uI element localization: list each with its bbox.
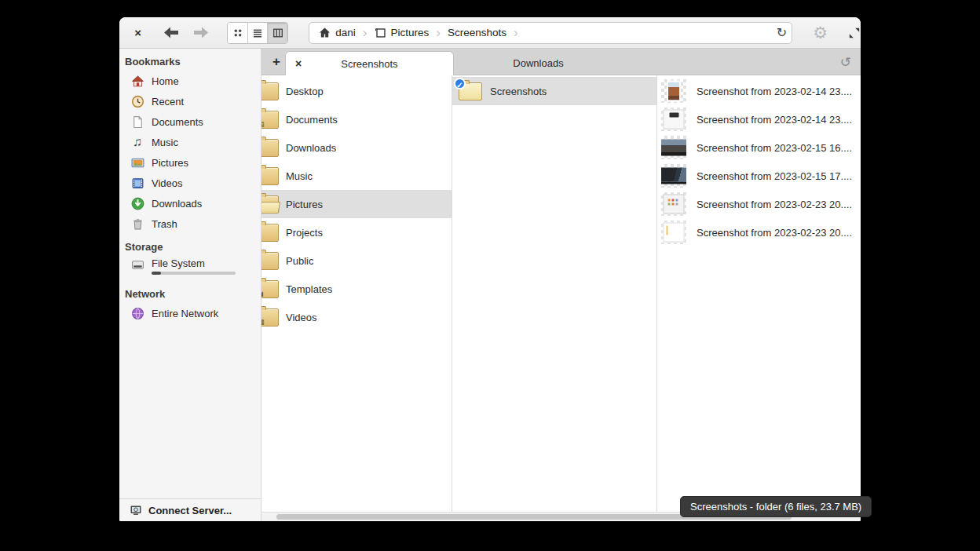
sidebar-item-label: Recent (152, 96, 184, 108)
folder-row-desktop[interactable]: Desktop (261, 77, 452, 105)
home-icon (130, 74, 144, 88)
folder-icon (261, 82, 279, 100)
breadcrumb-screenshots[interactable]: Screenshots (448, 27, 506, 38)
file-row[interactable]: Screenshot from 2023-02-15 17.... (657, 162, 861, 190)
file-thumbnail (661, 164, 686, 188)
refresh-button[interactable]: ↻ (777, 23, 787, 43)
folder-name: Projects (286, 227, 323, 239)
breadcrumb-pictures[interactable]: Pictures (375, 27, 430, 38)
sidebar-item-pictures[interactable]: Pictures (119, 152, 261, 173)
trash-icon (130, 217, 144, 231)
folder-name: Music (286, 170, 313, 182)
folder-row-projects[interactable]: Projects (261, 218, 452, 246)
settings-gear-icon[interactable]: ⚙ (813, 24, 828, 42)
history-icon[interactable]: ↺ (840, 49, 851, 75)
sidebar-item-label: Videos (152, 177, 183, 189)
sidebar-item-label: File System (152, 257, 205, 269)
file-row[interactable]: Screenshot from 2023-02-23 20.... (657, 218, 861, 246)
home-icon (319, 27, 331, 38)
music-icon: ♫ (130, 135, 144, 149)
folder-row-pictures[interactable]: Pictures (261, 190, 452, 218)
sidebar-section-title-network: Network (119, 286, 261, 303)
file-row[interactable]: Screenshot from 2023-02-15 16.... (657, 133, 861, 162)
folder-icon (261, 195, 279, 213)
file-thumbnail (661, 79, 686, 103)
folder-row-templates[interactable]: ◢Templates (261, 275, 452, 303)
file-thumbnail (661, 192, 686, 216)
folder-name: Public (286, 255, 313, 267)
sidebar-item-label: Music (152, 137, 178, 148)
templates-emblem-icon: ◢ (261, 290, 263, 297)
file-name: Screenshot from 2023-02-14 23.... (697, 114, 852, 126)
tab-label: Screenshots (341, 58, 397, 70)
view-mode-switcher (227, 22, 288, 44)
path-bar[interactable]: dani›Pictures›Screenshots› ↻ (309, 22, 792, 44)
folder-row-documents[interactable]: ▤Documents (261, 105, 452, 133)
file-name: Screenshot from 2023-02-14 23.... (697, 86, 852, 97)
pictures-icon (130, 155, 144, 170)
sidebar-item-music[interactable]: ♫Music (119, 132, 261, 152)
miller-columns: Desktop▤Documents↓Downloads♪MusicPicture… (261, 75, 861, 512)
file-row[interactable]: Screenshot from 2023-02-14 23.... (657, 105, 861, 133)
forward-button[interactable] (192, 26, 210, 39)
window-close-icon[interactable]: × (130, 26, 145, 39)
file-thumbnail (661, 221, 686, 244)
back-button[interactable] (163, 26, 180, 39)
breadcrumb-label: dani (335, 27, 356, 38)
status-tooltip: Screenshots - folder (6 files, 23.7 MB) (680, 496, 872, 517)
sidebar-item-label: Entire Network (152, 308, 218, 319)
chevron-right-icon: › (363, 26, 368, 39)
sidebar-item-entire-network[interactable]: Entire Network (119, 303, 261, 323)
sidebar-item-file-system[interactable]: File System (119, 256, 261, 281)
folder-row-downloads[interactable]: ↓Downloads (261, 133, 452, 162)
toolbar: × dani›Pictures›Screenshots› ↻ ⚙ (119, 17, 861, 49)
breadcrumb: dani›Pictures›Screenshots› (319, 26, 525, 39)
grid-view-button[interactable] (228, 23, 247, 43)
file-row[interactable]: Screenshot from 2023-02-14 23.... (657, 77, 861, 105)
file-name: Screenshot from 2023-02-15 16.... (697, 142, 852, 154)
sidebar-item-documents[interactable]: Documents (119, 111, 261, 132)
drive-icon (130, 257, 144, 272)
sidebar-section-title-bookmarks: Bookmarks (119, 53, 261, 71)
folder-name: Pictures (286, 199, 323, 210)
list-view-button[interactable] (248, 23, 268, 43)
screen: × dani›Pictures›Screenshots› ↻ ⚙ Bookmar… (0, 0, 980, 551)
chevron-right-icon: › (514, 26, 518, 39)
folder-row-videos[interactable]: ▦Videos (261, 303, 452, 331)
tab-bar: + ×ScreenshotsDownloads ↺ (261, 49, 861, 75)
tab-downloads[interactable]: Downloads (454, 51, 623, 75)
new-tab-button[interactable]: + (268, 49, 285, 75)
sidebar-item-trash[interactable]: Trash (119, 213, 261, 234)
folder-icon: ▤ (261, 111, 279, 129)
subfolder-row-screenshots[interactable]: ✓Screenshots (452, 77, 656, 105)
folder-icon (261, 224, 279, 242)
selected-check-badge-icon: ✓ (454, 78, 466, 89)
sidebar-item-downloads[interactable]: Downloads (119, 193, 261, 213)
breadcrumb-dani[interactable]: dani (319, 27, 356, 38)
recent-icon (130, 94, 144, 108)
column-files: Screenshot from 2023-02-14 23....Screens… (657, 75, 861, 512)
folder-row-public[interactable]: ‹Public (261, 246, 452, 275)
file-row[interactable]: Screenshot from 2023-02-23 20.... (657, 190, 861, 218)
column-view-button[interactable] (268, 23, 287, 43)
folder-row-music[interactable]: ♪Music (261, 162, 452, 190)
connect-server-button[interactable]: Connect Server... (119, 498, 261, 521)
sidebar-item-label: Downloads (152, 198, 202, 210)
tab-screenshots[interactable]: ×Screenshots (285, 51, 454, 75)
column-subfolders: ✓Screenshots (452, 75, 657, 512)
folder-icon: ◢ (261, 280, 279, 298)
chevron-right-icon: › (436, 26, 441, 39)
disk-usage-bar (152, 272, 236, 275)
expand-icon[interactable] (848, 27, 861, 39)
folder-icon: ✓ (459, 82, 482, 100)
sidebar-item-home[interactable]: Home (119, 71, 261, 91)
tab-close-icon[interactable]: × (295, 57, 302, 70)
folder-name: Documents (286, 114, 338, 126)
file-thumbnail (661, 108, 686, 131)
sidebar-item-videos[interactable]: Videos (119, 173, 261, 193)
folder-icon: ▦ (261, 308, 279, 327)
folder-name: Downloads (286, 142, 336, 154)
documents-emblem-icon: ▤ (261, 121, 265, 128)
sidebar-item-recent[interactable]: Recent (119, 91, 261, 111)
breadcrumb-label: Pictures (391, 27, 430, 38)
